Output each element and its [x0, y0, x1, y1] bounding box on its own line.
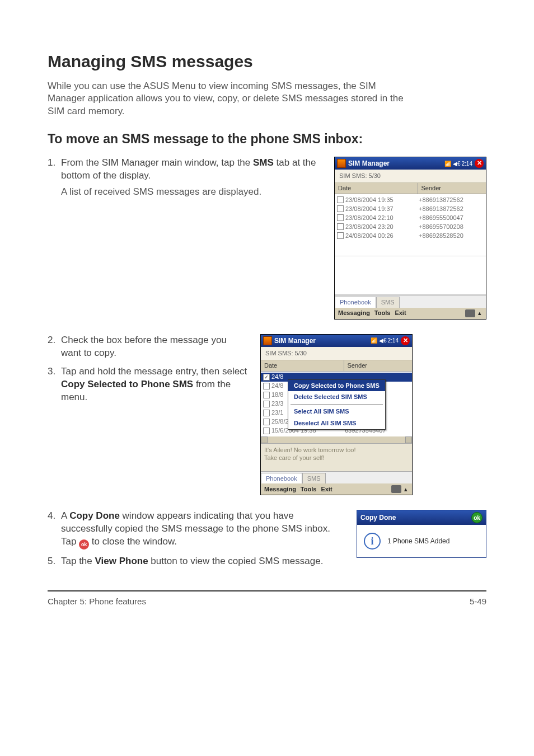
ctx-select-all[interactable]: Select All SIM SMS — [288, 406, 385, 417]
tab-phonebook[interactable]: Phonebook — [335, 297, 376, 308]
sms-row[interactable]: 23/08/2004 23:20+886955700208 — [335, 222, 486, 231]
screenshot-context-menu: SIM Manager 📶 ◀€ 2:14 ✕ SIM SMS: 5/30 Da… — [260, 334, 413, 496]
keyboard-icon[interactable] — [465, 309, 475, 317]
step-text: button to view the copied SMS message. — [148, 556, 324, 566]
sms-row[interactable]: 23/08/2004 19:37+886913872562 — [335, 204, 486, 213]
menu-exit[interactable]: Exit — [395, 309, 406, 317]
intro-paragraph: While you can use the ASUS Menu to view … — [48, 80, 406, 119]
ctx-deselect-all[interactable]: Deselect All SIM SMS — [288, 417, 385, 429]
checkbox-icon[interactable] — [263, 392, 270, 398]
sms-row[interactable]: 24/08/2004 00:26+886928528520 — [335, 231, 486, 240]
footer-page-number: 5-49 — [470, 596, 486, 607]
ctx-delete-selected[interactable]: Delete Selected SIM SMS — [288, 391, 385, 403]
column-header-date[interactable]: Date — [261, 360, 344, 371]
tab-sms[interactable]: SMS — [376, 297, 400, 308]
close-icon[interactable]: ✕ — [401, 336, 410, 345]
status-icons: 📶 ◀€ 2:14 — [444, 160, 472, 168]
step-bold: Copy Done — [69, 510, 120, 521]
tab-phonebook[interactable]: Phonebook — [261, 473, 302, 484]
step-number: 2. — [48, 334, 61, 360]
checkbox-icon[interactable] — [337, 214, 344, 221]
checkbox-icon[interactable] — [263, 410, 270, 416]
start-icon[interactable] — [337, 159, 346, 168]
sms-preview-pane: It's Aileen! No work tomorrow too! Take … — [261, 443, 412, 471]
column-header-date[interactable]: Date — [335, 183, 418, 194]
info-icon: i — [364, 533, 381, 550]
step-bold: View Phone — [95, 556, 148, 566]
step-text: Tap the — [61, 556, 95, 566]
menu-messaging[interactable]: Messaging — [264, 485, 296, 494]
tab-sms[interactable]: SMS — [302, 473, 326, 484]
section-title: To move an SMS message to the phone SMS … — [48, 130, 486, 148]
step-number: 3. — [48, 365, 61, 404]
sms-count: SIM SMS: 5/30 — [261, 347, 412, 360]
arrow-up-icon[interactable]: ▴ — [477, 311, 483, 316]
step-text: to close the window. — [89, 536, 177, 547]
sms-row[interactable]: 23/08/2004 22:10+886955500047 — [335, 213, 486, 222]
checkbox-icon[interactable] — [337, 205, 344, 212]
arrow-up-icon[interactable]: ▴ — [403, 486, 409, 492]
checkbox-icon[interactable] — [263, 419, 270, 425]
step-bold: Copy Selected to Phone SMS — [61, 379, 193, 389]
scroll-left-icon[interactable] — [261, 436, 268, 443]
step-number: 5. — [48, 555, 61, 568]
status-icons: 📶 ◀€ 2:14 — [371, 337, 399, 345]
sms-row[interactable]: 23/08/2004 19:35+886913872562 — [335, 195, 486, 204]
checkbox-icon[interactable] — [337, 196, 344, 203]
step-subtext: A list of received SMS messages are disp… — [61, 186, 323, 199]
checkbox-icon[interactable] — [263, 428, 270, 434]
step-text: Check the box before the message you wan… — [61, 334, 249, 360]
checkbox-icon[interactable] — [337, 223, 344, 230]
menu-tools[interactable]: Tools — [374, 309, 391, 317]
footer-divider — [48, 590, 486, 591]
step-number: 4. — [48, 510, 61, 550]
menu-messaging[interactable]: Messaging — [338, 309, 370, 317]
ok-inline-icon: ok — [79, 539, 89, 550]
horizontal-scrollbar[interactable] — [261, 436, 412, 443]
checkbox-icon[interactable] — [337, 232, 344, 239]
menu-tools[interactable]: Tools — [301, 485, 317, 494]
sms-count: SIM SMS: 5/30 — [335, 170, 486, 183]
keyboard-icon[interactable] — [391, 485, 401, 493]
menu-exit[interactable]: Exit — [321, 485, 332, 494]
footer-chapter: Chapter 5: Phone features — [48, 596, 146, 607]
step-text: From the SIM Manager main window, tap th… — [61, 157, 253, 168]
checkbox-checked-icon[interactable]: ✓ — [263, 374, 270, 381]
screenshot-sim-manager-list: SIM Manager 📶 ◀€ 2:14 ✕ SIM SMS: 5/30 Da… — [334, 157, 486, 320]
dialog-body: 1 Phone SMS Added — [387, 537, 449, 546]
step-bold: SMS — [253, 157, 274, 168]
step-text: Tap and hold the message entry, then sel… — [61, 366, 247, 377]
context-menu: Copy Selected to Phone SMS Delete Select… — [288, 379, 386, 430]
column-header-sender[interactable]: Sender — [418, 183, 486, 194]
checkbox-icon[interactable] — [263, 383, 270, 389]
column-header-sender[interactable]: Sender — [344, 360, 413, 371]
scroll-right-icon[interactable] — [405, 436, 412, 443]
window-title: SIM Manager — [274, 336, 371, 345]
window-title: SIM Manager — [348, 159, 444, 168]
dialog-title: Copy Done — [360, 513, 396, 522]
page-heading: Managing SMS messages — [48, 50, 486, 73]
copy-done-dialog: Copy Done ok i 1 Phone SMS Added — [357, 510, 486, 558]
close-icon[interactable]: ✕ — [475, 159, 484, 168]
ctx-copy-selected[interactable]: Copy Selected to Phone SMS — [288, 380, 385, 392]
step-number: 1. — [48, 157, 61, 199]
step-text: A — [61, 510, 69, 521]
ok-button[interactable]: ok — [471, 512, 483, 523]
start-icon[interactable] — [263, 336, 272, 345]
checkbox-icon[interactable] — [263, 401, 270, 407]
